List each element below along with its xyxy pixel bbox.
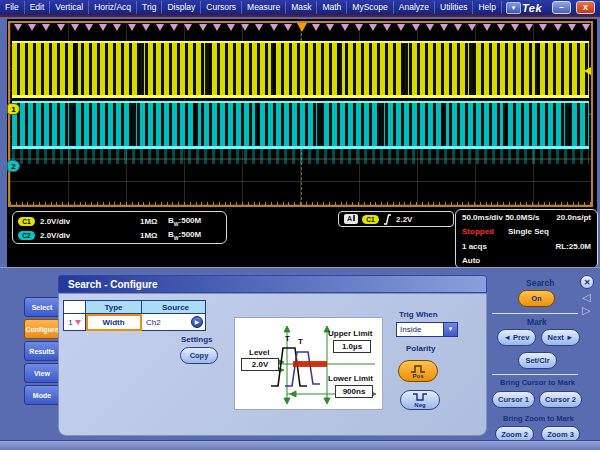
- polarity-label: Polarity: [406, 344, 435, 353]
- menu-item-utilities[interactable]: Utilities: [435, 1, 473, 14]
- acquisition-status: Stopped: [462, 227, 494, 236]
- copy-button[interactable]: Copy: [180, 347, 218, 364]
- trigger-level-arrow[interactable]: [584, 67, 591, 75]
- divider: [492, 313, 578, 314]
- menu-item-myscope[interactable]: MyScope: [347, 1, 393, 14]
- scope-display: 12 C1 2.0V/div 1MΩ BW:500M C2 2.0V/div 1…: [7, 19, 597, 267]
- tab-configure[interactable]: Configure: [24, 319, 60, 339]
- channel2-scale: 2.0V/div: [40, 231, 98, 240]
- resolution-readout: 20.0ns/pt: [556, 213, 591, 222]
- play-icon[interactable]: ▶: [191, 316, 203, 328]
- menu-item-edit[interactable]: Edit: [25, 1, 51, 14]
- channel-readout-box[interactable]: C1 2.0V/div 1MΩ BW:500M C2 2.0V/div 1MΩ …: [12, 211, 227, 244]
- close-icon: X: [583, 3, 588, 12]
- trigger-readout-box[interactable]: A C1 2.2V: [338, 211, 454, 227]
- t-mark-1: T: [285, 334, 290, 343]
- menu-item-file[interactable]: File: [0, 1, 25, 14]
- bottom-status-strip: [0, 440, 600, 450]
- search-mark-icon: [184, 24, 192, 31]
- search-table-row: 1 Width Ch2▶: [64, 314, 206, 331]
- menu-item-help[interactable]: Help: [473, 1, 501, 14]
- trigger-mode: Auto: [462, 256, 480, 265]
- next-mark-button[interactable]: Next ►: [541, 329, 580, 346]
- search-mark-icon: [326, 24, 334, 31]
- divider: [492, 374, 578, 375]
- timebase-readout: 50.0ms/div 50.0MS/s: [462, 213, 539, 222]
- panel-close-button[interactable]: ✕: [580, 275, 594, 289]
- menu-item-mask[interactable]: Mask: [286, 1, 317, 14]
- channel2-badge[interactable]: C2: [18, 231, 35, 240]
- cursor1-button[interactable]: Cursor 1: [492, 391, 535, 408]
- negative-pulse-icon: [412, 393, 428, 402]
- lower-limit-value[interactable]: 900ns: [335, 385, 373, 398]
- search-mark-icon: [14, 24, 22, 31]
- search-mark-icon: [554, 24, 562, 31]
- search-mark-icon: [28, 24, 36, 31]
- search-mark-icon: [397, 24, 405, 31]
- menu-item-measure[interactable]: Measure: [242, 1, 286, 14]
- row-number-cell: 1: [64, 314, 86, 331]
- channel1-readout: C1 2.0V/div 1MΩ BW:500M: [18, 214, 221, 228]
- tek-logo: Tek: [522, 2, 542, 14]
- channel2-waveform: [12, 101, 589, 149]
- upper-limit-value[interactable]: 1.0µs: [333, 340, 371, 353]
- level-label: Level: [249, 348, 269, 357]
- prev-mark-button[interactable]: ◄ Prev: [497, 329, 536, 346]
- search-mark-icon: [71, 24, 79, 31]
- search-mark-icon: [341, 24, 349, 31]
- trig-when-dropdown[interactable]: Inside ▼: [396, 322, 458, 337]
- settings-label: Settings: [181, 335, 213, 344]
- menu-item-trig[interactable]: Trig: [137, 1, 162, 14]
- close-icon: ✕: [584, 278, 591, 287]
- window-close-button[interactable]: X: [576, 1, 595, 14]
- source-cell[interactable]: Ch2▶: [142, 314, 206, 331]
- menu-item-cursors[interactable]: Cursors: [201, 1, 242, 14]
- level-value[interactable]: 2.0V: [241, 358, 279, 371]
- cursor2-button[interactable]: Cursor 2: [539, 391, 582, 408]
- trigger-a-badge: A: [344, 214, 358, 224]
- table-corner-header: [64, 301, 86, 314]
- search-mark-icon: [113, 24, 121, 31]
- search-mark-icon: [511, 24, 519, 31]
- tab-select[interactable]: Select: [24, 297, 60, 317]
- chevron-down-icon[interactable]: ▼: [443, 323, 457, 336]
- channel1-badge[interactable]: C1: [18, 217, 35, 226]
- minimize-button[interactable]: −: [552, 1, 571, 14]
- positive-pulse-icon: [410, 364, 426, 373]
- polarity-pos-button[interactable]: Pos: [398, 360, 438, 382]
- tab-results[interactable]: Results: [24, 341, 60, 361]
- nav-left-icon[interactable]: ◁: [582, 292, 590, 303]
- channel1-ground-marker[interactable]: 1: [7, 103, 20, 115]
- tab-mode[interactable]: Mode: [24, 385, 60, 405]
- trigger-position-marker[interactable]: [297, 23, 307, 32]
- search-mark-icon: [42, 24, 50, 31]
- menu-item-horizacq[interactable]: Horiz/Acq: [89, 1, 137, 14]
- set-clear-mark-button[interactable]: Set/Clr: [518, 352, 557, 369]
- horizontal-readout-box[interactable]: 50.0ms/div 50.0MS/s 20.0ns/pt Stopped Si…: [455, 209, 598, 269]
- t-mark-2: T: [298, 337, 303, 346]
- search-mark-icon: [142, 24, 150, 31]
- bring-zoom-label: Bring Zoom to Mark: [503, 414, 574, 423]
- search-mark-icon: [213, 24, 221, 31]
- channel1-bandwidth: BW:500M: [168, 216, 201, 227]
- search-mark-icon: [454, 24, 462, 31]
- trig-when-value: Inside: [400, 325, 421, 334]
- menu-item-math[interactable]: Math: [317, 1, 347, 14]
- channel2-ground-marker[interactable]: 2: [7, 160, 20, 172]
- search-mark-icon: [497, 24, 505, 31]
- minimize-icon: −: [559, 3, 564, 12]
- menu-item-vertical[interactable]: Vertical: [50, 1, 89, 14]
- tab-view[interactable]: View: [24, 363, 60, 383]
- search-mark-icon: [412, 24, 420, 31]
- pulse-width-diagram: T T Level 2.0V Upper Limit 1.0µs Lower L…: [234, 317, 383, 410]
- type-cell[interactable]: Width: [86, 314, 142, 331]
- trig-when-label: Trig When: [399, 310, 438, 319]
- dialog-title-bar[interactable]: Search - Configure: [58, 275, 487, 293]
- channel2-bandwidth: BW:500M: [168, 230, 201, 241]
- menu-overflow-dropdown[interactable]: ▼: [506, 2, 521, 14]
- menu-item-analyze[interactable]: Analyze: [394, 1, 435, 14]
- search-on-button[interactable]: On: [518, 290, 555, 307]
- polarity-neg-button[interactable]: Neg: [400, 390, 440, 410]
- menu-item-display[interactable]: Display: [162, 1, 201, 14]
- nav-right-icon[interactable]: ▷: [582, 305, 590, 316]
